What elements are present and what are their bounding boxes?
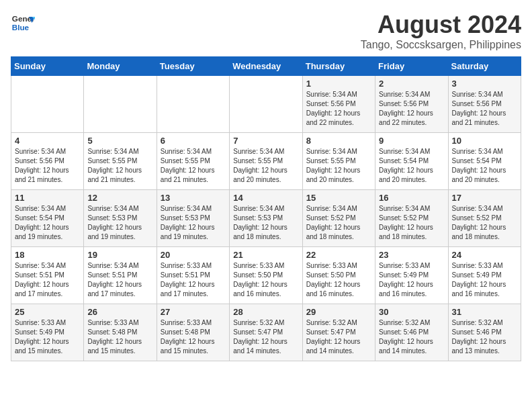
day-info: Sunrise: 5:32 AM Sunset: 5:46 PM Dayligh… xyxy=(379,318,444,356)
calendar-cell: 16Sunrise: 5:34 AM Sunset: 5:52 PM Dayli… xyxy=(375,190,448,247)
day-info: Sunrise: 5:34 AM Sunset: 5:56 PM Dayligh… xyxy=(452,90,517,128)
day-info: Sunrise: 5:34 AM Sunset: 5:52 PM Dayligh… xyxy=(452,204,517,242)
day-number: 8 xyxy=(306,136,371,146)
day-number: 6 xyxy=(161,136,226,146)
day-number: 21 xyxy=(233,250,298,260)
day-number: 7 xyxy=(233,136,298,146)
calendar-cell xyxy=(157,76,229,133)
calendar-cell: 18Sunrise: 5:34 AM Sunset: 5:51 PM Dayli… xyxy=(11,247,84,304)
calendar-cell: 10Sunrise: 5:34 AM Sunset: 5:54 PM Dayli… xyxy=(448,133,521,190)
calendar-cell: 3Sunrise: 5:34 AM Sunset: 5:56 PM Daylig… xyxy=(448,76,521,133)
logo: General Blue xyxy=(11,11,35,35)
calendar-cell: 20Sunrise: 5:33 AM Sunset: 5:51 PM Dayli… xyxy=(157,247,229,304)
calendar-subtitle: Tango, Soccsksargen, Philippines xyxy=(361,39,521,51)
day-number: 9 xyxy=(379,136,444,146)
title-block: August 2024 Tango, Soccsksargen, Philipp… xyxy=(361,11,521,51)
page-header: General Blue August 2024 Tango, Soccsksa… xyxy=(11,11,521,51)
day-info: Sunrise: 5:33 AM Sunset: 5:48 PM Dayligh… xyxy=(161,318,226,356)
calendar-cell: 14Sunrise: 5:34 AM Sunset: 5:53 PM Dayli… xyxy=(230,190,302,247)
week-row-2: 11Sunrise: 5:34 AM Sunset: 5:54 PM Dayli… xyxy=(11,190,521,247)
day-info: Sunrise: 5:32 AM Sunset: 5:46 PM Dayligh… xyxy=(452,318,517,356)
day-info: Sunrise: 5:34 AM Sunset: 5:56 PM Dayligh… xyxy=(306,90,371,128)
day-info: Sunrise: 5:33 AM Sunset: 5:48 PM Dayligh… xyxy=(87,318,152,356)
day-number: 2 xyxy=(379,79,444,89)
week-row-4: 25Sunrise: 5:33 AM Sunset: 5:49 PM Dayli… xyxy=(11,304,521,361)
calendar-cell: 1Sunrise: 5:34 AM Sunset: 5:56 PM Daylig… xyxy=(302,76,375,133)
day-number: 16 xyxy=(379,193,444,203)
week-row-1: 4Sunrise: 5:34 AM Sunset: 5:56 PM Daylig… xyxy=(11,133,521,190)
calendar-cell: 30Sunrise: 5:32 AM Sunset: 5:46 PM Dayli… xyxy=(375,304,448,361)
day-number: 30 xyxy=(379,307,444,317)
day-info: Sunrise: 5:32 AM Sunset: 5:47 PM Dayligh… xyxy=(233,318,298,356)
weekday-header-wednesday: Wednesday xyxy=(230,57,302,76)
day-info: Sunrise: 5:34 AM Sunset: 5:55 PM Dayligh… xyxy=(233,147,298,185)
day-info: Sunrise: 5:34 AM Sunset: 5:52 PM Dayligh… xyxy=(306,204,371,242)
weekday-header-monday: Monday xyxy=(84,57,157,76)
weekday-header-tuesday: Tuesday xyxy=(157,57,229,76)
calendar-cell: 22Sunrise: 5:33 AM Sunset: 5:50 PM Dayli… xyxy=(302,247,375,304)
day-info: Sunrise: 5:34 AM Sunset: 5:51 PM Dayligh… xyxy=(87,261,152,299)
day-number: 10 xyxy=(452,136,517,146)
calendar-cell: 15Sunrise: 5:34 AM Sunset: 5:52 PM Dayli… xyxy=(302,190,375,247)
calendar-cell: 7Sunrise: 5:34 AM Sunset: 5:55 PM Daylig… xyxy=(230,133,302,190)
calendar-cell: 27Sunrise: 5:33 AM Sunset: 5:48 PM Dayli… xyxy=(157,304,229,361)
weekday-header-sunday: Sunday xyxy=(11,57,84,76)
weekday-row: SundayMondayTuesdayWednesdayThursdayFrid… xyxy=(11,57,521,76)
day-info: Sunrise: 5:34 AM Sunset: 5:55 PM Dayligh… xyxy=(306,147,371,185)
calendar-cell: 17Sunrise: 5:34 AM Sunset: 5:52 PM Dayli… xyxy=(448,190,521,247)
calendar-cell: 24Sunrise: 5:33 AM Sunset: 5:49 PM Dayli… xyxy=(448,247,521,304)
calendar-cell xyxy=(11,76,84,133)
day-number: 28 xyxy=(233,307,298,317)
calendar-cell: 21Sunrise: 5:33 AM Sunset: 5:50 PM Dayli… xyxy=(230,247,302,304)
day-info: Sunrise: 5:34 AM Sunset: 5:51 PM Dayligh… xyxy=(15,261,80,299)
day-info: Sunrise: 5:34 AM Sunset: 5:55 PM Dayligh… xyxy=(87,147,152,185)
day-info: Sunrise: 5:33 AM Sunset: 5:50 PM Dayligh… xyxy=(306,261,371,299)
day-number: 17 xyxy=(452,193,517,203)
weekday-header-saturday: Saturday xyxy=(448,57,521,76)
svg-text:Blue: Blue xyxy=(12,23,30,32)
calendar-cell: 5Sunrise: 5:34 AM Sunset: 5:55 PM Daylig… xyxy=(84,133,157,190)
day-info: Sunrise: 5:34 AM Sunset: 5:53 PM Dayligh… xyxy=(161,204,226,242)
day-number: 19 xyxy=(87,250,152,260)
weekday-header-friday: Friday xyxy=(375,57,448,76)
logo-icon: General Blue xyxy=(11,11,35,35)
day-number: 23 xyxy=(379,250,444,260)
calendar-cell: 31Sunrise: 5:32 AM Sunset: 5:46 PM Dayli… xyxy=(448,304,521,361)
calendar-cell: 11Sunrise: 5:34 AM Sunset: 5:54 PM Dayli… xyxy=(11,190,84,247)
weekday-header-thursday: Thursday xyxy=(302,57,375,76)
calendar-cell: 4Sunrise: 5:34 AM Sunset: 5:56 PM Daylig… xyxy=(11,133,84,190)
day-number: 12 xyxy=(87,193,152,203)
day-number: 18 xyxy=(15,250,80,260)
day-info: Sunrise: 5:34 AM Sunset: 5:53 PM Dayligh… xyxy=(233,204,298,242)
day-number: 24 xyxy=(452,250,517,260)
calendar-cell: 6Sunrise: 5:34 AM Sunset: 5:55 PM Daylig… xyxy=(157,133,229,190)
day-info: Sunrise: 5:34 AM Sunset: 5:54 PM Dayligh… xyxy=(379,147,444,185)
day-info: Sunrise: 5:34 AM Sunset: 5:52 PM Dayligh… xyxy=(379,204,444,242)
day-number: 14 xyxy=(233,193,298,203)
calendar-cell: 12Sunrise: 5:34 AM Sunset: 5:53 PM Dayli… xyxy=(84,190,157,247)
calendar-cell: 25Sunrise: 5:33 AM Sunset: 5:49 PM Dayli… xyxy=(11,304,84,361)
calendar-cell: 26Sunrise: 5:33 AM Sunset: 5:48 PM Dayli… xyxy=(84,304,157,361)
day-info: Sunrise: 5:33 AM Sunset: 5:50 PM Dayligh… xyxy=(233,261,298,299)
day-info: Sunrise: 5:34 AM Sunset: 5:53 PM Dayligh… xyxy=(87,204,152,242)
calendar-cell: 19Sunrise: 5:34 AM Sunset: 5:51 PM Dayli… xyxy=(84,247,157,304)
calendar-cell: 13Sunrise: 5:34 AM Sunset: 5:53 PM Dayli… xyxy=(157,190,229,247)
day-number: 11 xyxy=(15,193,80,203)
day-info: Sunrise: 5:34 AM Sunset: 5:56 PM Dayligh… xyxy=(15,147,80,185)
day-info: Sunrise: 5:34 AM Sunset: 5:55 PM Dayligh… xyxy=(161,147,226,185)
calendar-header: SundayMondayTuesdayWednesdayThursdayFrid… xyxy=(11,57,521,76)
day-number: 15 xyxy=(306,193,371,203)
day-number: 4 xyxy=(15,136,80,146)
day-info: Sunrise: 5:33 AM Sunset: 5:49 PM Dayligh… xyxy=(379,261,444,299)
day-number: 29 xyxy=(306,307,371,317)
day-number: 5 xyxy=(87,136,152,146)
calendar-cell: 2Sunrise: 5:34 AM Sunset: 5:56 PM Daylig… xyxy=(375,76,448,133)
calendar-cell: 9Sunrise: 5:34 AM Sunset: 5:54 PM Daylig… xyxy=(375,133,448,190)
day-number: 3 xyxy=(452,79,517,89)
day-info: Sunrise: 5:33 AM Sunset: 5:49 PM Dayligh… xyxy=(452,261,517,299)
day-number: 31 xyxy=(452,307,517,317)
week-row-3: 18Sunrise: 5:34 AM Sunset: 5:51 PM Dayli… xyxy=(11,247,521,304)
day-info: Sunrise: 5:34 AM Sunset: 5:54 PM Dayligh… xyxy=(452,147,517,185)
calendar-cell: 8Sunrise: 5:34 AM Sunset: 5:55 PM Daylig… xyxy=(302,133,375,190)
calendar-body: 1Sunrise: 5:34 AM Sunset: 5:56 PM Daylig… xyxy=(11,76,521,361)
